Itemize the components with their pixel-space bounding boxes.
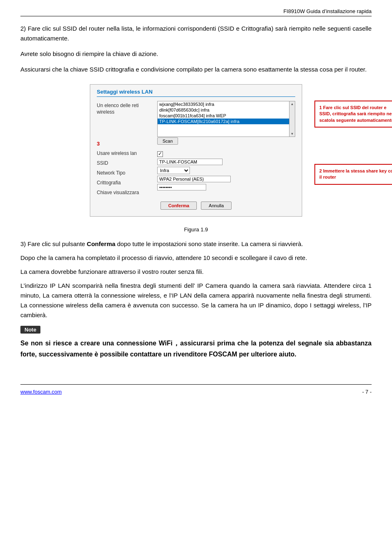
step3-para2: Dopo che la camera ha completato il proc… — [20, 253, 372, 263]
step2-para3: Assicurarsi che la chiave SSID crittogra… — [20, 65, 372, 74]
step2-para1: 2) Fare clic sul SSID del router nella l… — [20, 24, 372, 43]
panel-inner: Un elenco delle reti wireless 3 Usare wi… — [97, 101, 295, 197]
step3-para3: La camera dovrebbe funzionare attraverso… — [20, 267, 372, 277]
network-list-scrollbar[interactable]: ▲ ▼ — [289, 101, 295, 137]
network-tipo-row: Infra — [157, 167, 295, 174]
ssid-input[interactable] — [157, 159, 223, 165]
wireless-panel: Settaggi wireless LAN Un elenco delle re… — [90, 84, 302, 217]
note-section: Note Se non si riesce a creare una conne… — [20, 326, 372, 360]
network-item-4-selected[interactable]: TP-LINK-FOSCAM[8c210a60172a] infra — [158, 119, 289, 124]
figure-caption: Figura 1.9 — [20, 226, 372, 233]
label-chiave: Chiave visualizzara — [97, 188, 154, 197]
label-networks: Un elenco delle reti wireless — [97, 101, 154, 139]
label-ssid: SSID — [97, 158, 154, 168]
badge-3: 3 — [97, 141, 100, 147]
label-crittografia: Crittografia — [97, 178, 154, 188]
page-title: FI8910W Guida d’installazione rapida — [283, 8, 372, 14]
network-item-3[interactable]: foscam[001b11fca634] infra WEP — [158, 113, 289, 119]
confirm-button[interactable]: Conferma — [160, 202, 197, 210]
chiave-row — [157, 184, 295, 190]
network-item-2[interactable]: dlink[f07d685630dc] infra — [158, 107, 289, 113]
note-text: Se non si riesce a creare una connession… — [20, 338, 372, 360]
step3-para1: 3) Fare clic sul pulsante Conferma dopo … — [20, 239, 372, 249]
step2-para2: Avrete solo bisogno di riempire la chiav… — [20, 49, 372, 59]
use-wireless-row — [157, 151, 295, 157]
page-header: FI8910W Guida d’installazione rapida — [20, 8, 372, 16]
scroll-down-icon[interactable]: ▼ — [290, 131, 295, 137]
callout-2: 2 Immettere la stessa share key con il r… — [314, 164, 392, 185]
note-label: Note — [20, 326, 40, 334]
use-wireless-checkbox[interactable] — [157, 151, 163, 157]
ssid-row — [157, 159, 295, 165]
wireless-panel-wrapper: Settaggi wireless LAN Un elenco delle re… — [90, 84, 302, 217]
scan-button[interactable]: Scan — [157, 137, 178, 145]
network-item-1[interactable]: wjxang[f4ec38339530] infra — [158, 101, 289, 107]
ip-para: L’indirizzo IP LAN scomparirà nella fine… — [20, 281, 372, 320]
label-network-tipo: Network Tipo — [97, 168, 154, 178]
network-tipo-select[interactable]: Infra — [157, 167, 190, 174]
footer-page: - 7 - — [362, 389, 372, 395]
cancel-button[interactable]: Annulla — [201, 202, 232, 210]
crittografia-input[interactable] — [157, 176, 231, 182]
screenshot-container: Settaggi wireless LAN Un elenco delle re… — [20, 84, 372, 217]
crittografia-row — [157, 176, 295, 182]
conferma-bold: Conferma — [87, 240, 116, 247]
network-list-box[interactable]: wjxang[f4ec38339530] infra dlink[f07d685… — [157, 101, 295, 137]
label-use-wireless: Usare wireless lan — [97, 148, 154, 158]
scroll-up-icon[interactable]: ▲ — [290, 101, 295, 107]
bottom-buttons: Conferma Annulla — [97, 202, 295, 210]
footer-link[interactable]: www.foscam.com — [20, 389, 62, 395]
panel-title: Settaggi wireless LAN — [97, 89, 295, 97]
left-labels-col: Un elenco delle reti wireless 3 Usare wi… — [97, 101, 157, 197]
chiave-input[interactable] — [157, 184, 206, 190]
right-content-col: wjxang[f4ec38339530] infra dlink[f07d685… — [157, 101, 295, 197]
callout-1: 1 Fare clic sul SSID del router e SSID, … — [314, 101, 392, 128]
network-list-items: wjxang[f4ec38339530] infra dlink[f07d685… — [158, 101, 289, 137]
